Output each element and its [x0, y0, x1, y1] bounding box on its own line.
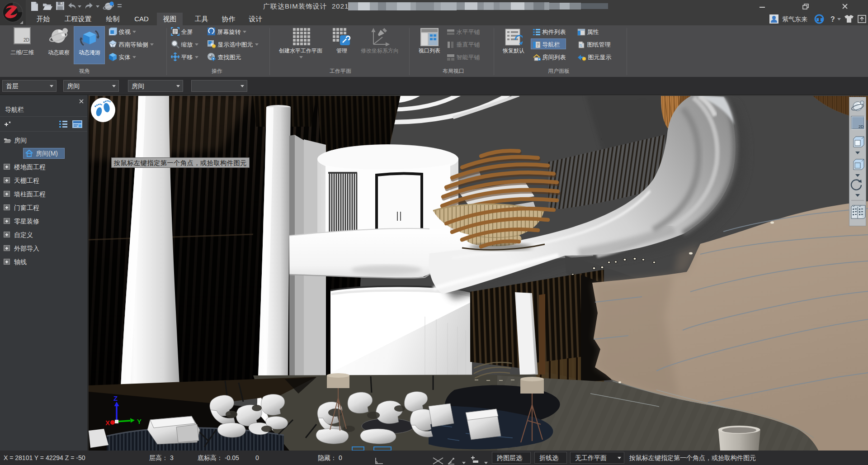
- svg-text:2D: 2D: [24, 38, 29, 43]
- svg-text:Y: Y: [137, 418, 142, 425]
- svg-text:Z: Z: [113, 394, 118, 402]
- svg-text:?: ?: [830, 15, 835, 23]
- svg-text:2D: 2D: [859, 124, 864, 129]
- svg-text:X: X: [105, 419, 110, 427]
